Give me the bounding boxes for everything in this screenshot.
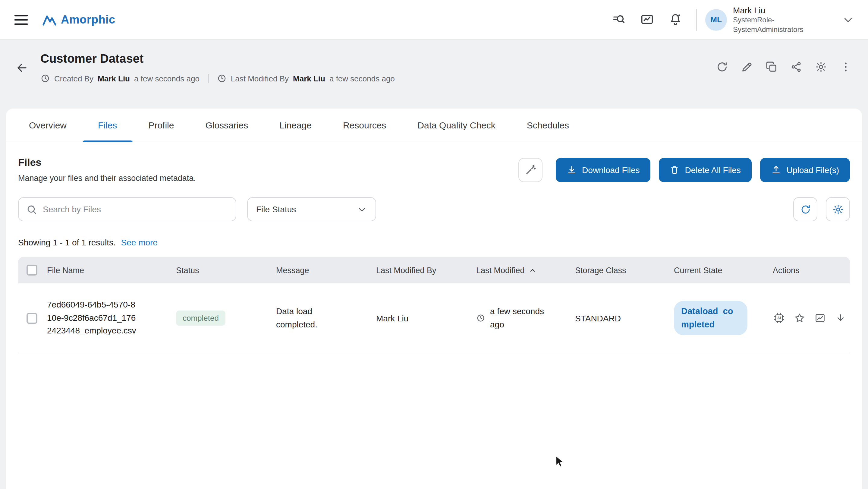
delete-all-files-label: Delete All Files — [685, 165, 741, 175]
cell-actions: AI — [764, 312, 855, 325]
results-row: Showing 1 - 1 of 1 results. See more — [18, 238, 850, 247]
cell-file-name: 7ed66049-64b5-4570-810e-9c28f6ac67d1_176… — [18, 299, 167, 338]
cell-storage-class: STANDARD — [567, 313, 665, 323]
cell-message: Data load completed. — [268, 305, 368, 331]
main-content: Overview Files Profile Glossaries Lineag… — [0, 109, 868, 489]
ai-chip-icon: AI — [773, 312, 785, 324]
notifications-button[interactable] — [665, 10, 685, 30]
file-name-text[interactable]: 7ed66049-64b5-4570-810e-9c28f6ac67d1_176… — [47, 299, 138, 338]
cell-last-modified: a few seconds ago — [468, 305, 567, 331]
image-chart-icon — [814, 312, 826, 324]
user-menu-chevron-button[interactable] — [840, 12, 856, 27]
tab-schedules[interactable]: Schedules — [511, 109, 585, 142]
select-all-checkbox[interactable] — [27, 265, 37, 276]
files-section-head: Files Manage your files and their associ… — [18, 157, 850, 183]
dataset-tabs: Overview Files Profile Glossaries Lineag… — [6, 109, 862, 142]
search-input[interactable] — [43, 205, 228, 214]
table-row: 7ed66049-64b5-4570-810e-9c28f6ac67d1_176… — [18, 283, 850, 353]
sync-icon — [716, 61, 728, 73]
tab-lineage[interactable]: Lineage — [264, 109, 327, 142]
table-header-row: File Name Status Message Last Modified B… — [18, 257, 850, 283]
avatar[interactable]: ML — [705, 9, 727, 30]
reload-button[interactable] — [714, 59, 730, 75]
download-files-button[interactable]: Download Files — [555, 158, 650, 182]
hamburger-menu-button[interactable] — [12, 12, 30, 27]
ai-assistant-button[interactable] — [518, 158, 542, 182]
modified-by-label: Last Modified By — [231, 74, 289, 83]
navbar-divider — [696, 9, 697, 30]
clock-icon — [40, 73, 50, 83]
header-last-modified[interactable]: Last Modified — [468, 266, 567, 275]
header-last-modified-by: Last Modified By — [368, 266, 468, 275]
tab-overview[interactable]: Overview — [13, 109, 82, 142]
top-navbar: Amorphic ML Mark Liu Sys — [0, 0, 868, 40]
amorphic-logo[interactable]: Amorphic — [42, 13, 116, 26]
share-icon — [790, 61, 802, 73]
sort-caret-up-icon — [529, 266, 537, 274]
see-more-link[interactable]: See more — [121, 238, 158, 247]
ai-profile-button[interactable]: AI — [773, 312, 785, 325]
files-heading-block: Files Manage your files and their associ… — [18, 157, 196, 183]
notification-settings-button[interactable] — [813, 59, 829, 75]
meta-divider — [208, 74, 209, 83]
clone-button[interactable] — [764, 59, 779, 75]
files-panel: Files Manage your files and their associ… — [6, 142, 862, 353]
current-state-badge[interactable]: Dataload_completed — [674, 301, 747, 336]
file-status-label: File Status — [256, 205, 296, 214]
files-subtitle: Manage your files and their associated m… — [18, 174, 196, 183]
download-files-label: Download Files — [582, 165, 640, 175]
tab-data-quality-check[interactable]: Data Quality Check — [402, 109, 511, 142]
more-options-button[interactable] — [838, 59, 854, 75]
download-icon — [566, 164, 577, 175]
created-by-name: Mark Liu — [98, 74, 130, 83]
refresh-list-button[interactable] — [793, 197, 817, 221]
navbar-right-cluster: ML Mark Liu SystemRole-SystemAdministrat… — [600, 5, 856, 35]
created-by-time: a few seconds ago — [134, 74, 199, 83]
file-status-select[interactable]: File Status — [247, 197, 376, 221]
back-button[interactable] — [14, 60, 30, 75]
tab-resources[interactable]: Resources — [327, 109, 402, 142]
message-text: Data load completed. — [276, 305, 333, 331]
user-role: SystemRole-SystemAdministrators — [733, 16, 825, 34]
metrics-icon — [640, 13, 654, 27]
trash-icon — [670, 165, 680, 175]
row-checkbox[interactable] — [27, 313, 37, 324]
user-info: Mark Liu SystemRole-SystemAdministrators — [733, 5, 825, 35]
cell-status: completed — [167, 310, 268, 326]
app-root: Amorphic ML Mark Liu Sys — [0, 0, 868, 489]
clock-icon — [217, 73, 227, 83]
preview-button[interactable] — [814, 312, 827, 325]
advanced-search-button[interactable] — [609, 10, 629, 30]
created-by-label: Created By — [54, 74, 93, 83]
tab-profile[interactable]: Profile — [133, 109, 190, 142]
svg-text:AI: AI — [777, 316, 781, 320]
amorphic-logo-text: Amorphic — [61, 13, 116, 26]
header-file-name: File Name — [18, 265, 167, 276]
files-title: Files — [18, 157, 196, 169]
tab-glossaries[interactable]: Glossaries — [190, 109, 264, 142]
page-title: Customer Dataset — [40, 52, 395, 66]
table-settings-button[interactable] — [826, 197, 850, 221]
metrics-button[interactable] — [637, 10, 657, 30]
favorite-button[interactable] — [793, 312, 806, 325]
chevron-down-icon — [843, 14, 854, 25]
search-icon — [26, 204, 37, 215]
header-current-state: Current State — [665, 266, 764, 275]
delete-all-files-button[interactable]: Delete All Files — [659, 158, 752, 182]
header-last-modified-label: Last Modified — [476, 266, 525, 275]
share-button[interactable] — [788, 59, 804, 75]
cell-last-modified-by: Mark Liu — [368, 313, 468, 323]
page-header-actions — [714, 59, 854, 75]
header-status: Status — [167, 266, 268, 275]
edit-button[interactable] — [739, 59, 755, 75]
header-file-name-label: File Name — [47, 266, 84, 275]
header-actions: Actions — [764, 266, 850, 275]
download-file-button[interactable] — [834, 312, 847, 325]
notification-settings-icon — [815, 61, 827, 73]
tab-files[interactable]: Files — [82, 109, 133, 142]
upload-files-button[interactable]: Upload File(s) — [760, 158, 850, 182]
header-message: Message — [268, 266, 368, 275]
files-actions: Download Files Delete All Files — [518, 158, 850, 182]
upload-files-label: Upload File(s) — [786, 165, 839, 175]
page-header: Customer Dataset Created By Mark Liu a f… — [0, 40, 868, 109]
